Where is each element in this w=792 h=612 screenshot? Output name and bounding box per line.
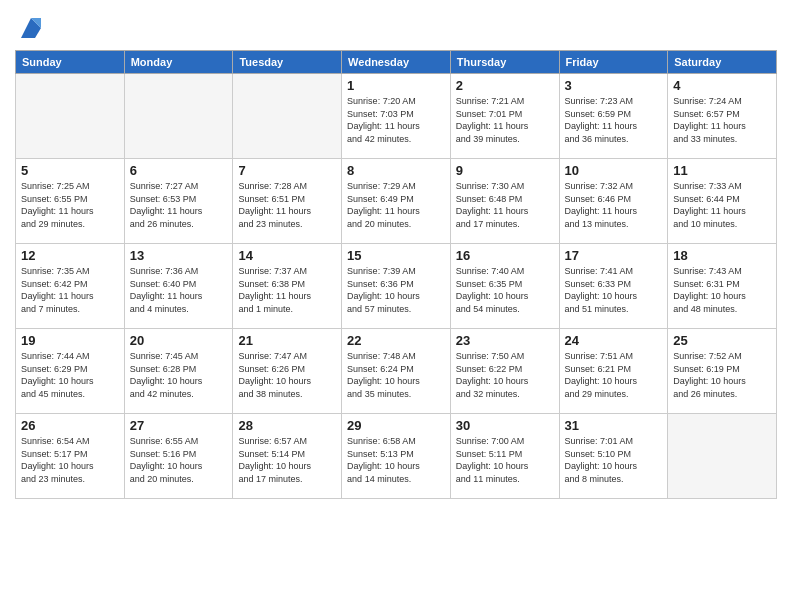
day-number: 7 [238, 163, 336, 178]
day-number: 15 [347, 248, 445, 263]
calendar-cell [668, 414, 777, 499]
day-number: 24 [565, 333, 663, 348]
calendar-cell: 18Sunrise: 7:43 AM Sunset: 6:31 PM Dayli… [668, 244, 777, 329]
day-info: Sunrise: 7:44 AM Sunset: 6:29 PM Dayligh… [21, 350, 119, 400]
day-number: 22 [347, 333, 445, 348]
day-info: Sunrise: 7:50 AM Sunset: 6:22 PM Dayligh… [456, 350, 554, 400]
day-info: Sunrise: 7:28 AM Sunset: 6:51 PM Dayligh… [238, 180, 336, 230]
calendar-cell: 14Sunrise: 7:37 AM Sunset: 6:38 PM Dayli… [233, 244, 342, 329]
day-info: Sunrise: 7:21 AM Sunset: 7:01 PM Dayligh… [456, 95, 554, 145]
calendar-cell [124, 74, 233, 159]
day-number: 26 [21, 418, 119, 433]
logo-icon [17, 14, 45, 42]
calendar-cell: 12Sunrise: 7:35 AM Sunset: 6:42 PM Dayli… [16, 244, 125, 329]
calendar-cell: 20Sunrise: 7:45 AM Sunset: 6:28 PM Dayli… [124, 329, 233, 414]
page: SundayMondayTuesdayWednesdayThursdayFrid… [0, 0, 792, 612]
day-info: Sunrise: 7:35 AM Sunset: 6:42 PM Dayligh… [21, 265, 119, 315]
weekday-header-row: SundayMondayTuesdayWednesdayThursdayFrid… [16, 51, 777, 74]
day-info: Sunrise: 7:45 AM Sunset: 6:28 PM Dayligh… [130, 350, 228, 400]
day-info: Sunrise: 7:30 AM Sunset: 6:48 PM Dayligh… [456, 180, 554, 230]
header [15, 10, 777, 42]
day-info: Sunrise: 7:41 AM Sunset: 6:33 PM Dayligh… [565, 265, 663, 315]
day-info: Sunrise: 7:32 AM Sunset: 6:46 PM Dayligh… [565, 180, 663, 230]
logo [15, 14, 45, 42]
day-number: 17 [565, 248, 663, 263]
week-row-2: 5Sunrise: 7:25 AM Sunset: 6:55 PM Daylig… [16, 159, 777, 244]
day-number: 2 [456, 78, 554, 93]
day-number: 11 [673, 163, 771, 178]
day-number: 4 [673, 78, 771, 93]
day-info: Sunrise: 7:51 AM Sunset: 6:21 PM Dayligh… [565, 350, 663, 400]
calendar-cell: 4Sunrise: 7:24 AM Sunset: 6:57 PM Daylig… [668, 74, 777, 159]
calendar-cell: 16Sunrise: 7:40 AM Sunset: 6:35 PM Dayli… [450, 244, 559, 329]
day-number: 10 [565, 163, 663, 178]
day-number: 8 [347, 163, 445, 178]
day-info: Sunrise: 6:54 AM Sunset: 5:17 PM Dayligh… [21, 435, 119, 485]
day-info: Sunrise: 7:48 AM Sunset: 6:24 PM Dayligh… [347, 350, 445, 400]
day-info: Sunrise: 6:55 AM Sunset: 5:16 PM Dayligh… [130, 435, 228, 485]
week-row-3: 12Sunrise: 7:35 AM Sunset: 6:42 PM Dayli… [16, 244, 777, 329]
weekday-header-saturday: Saturday [668, 51, 777, 74]
calendar-cell: 25Sunrise: 7:52 AM Sunset: 6:19 PM Dayli… [668, 329, 777, 414]
calendar-cell: 23Sunrise: 7:50 AM Sunset: 6:22 PM Dayli… [450, 329, 559, 414]
calendar-cell: 8Sunrise: 7:29 AM Sunset: 6:49 PM Daylig… [342, 159, 451, 244]
weekday-header-friday: Friday [559, 51, 668, 74]
day-number: 28 [238, 418, 336, 433]
day-number: 13 [130, 248, 228, 263]
calendar-cell: 22Sunrise: 7:48 AM Sunset: 6:24 PM Dayli… [342, 329, 451, 414]
day-number: 30 [456, 418, 554, 433]
day-info: Sunrise: 7:27 AM Sunset: 6:53 PM Dayligh… [130, 180, 228, 230]
week-row-1: 1Sunrise: 7:20 AM Sunset: 7:03 PM Daylig… [16, 74, 777, 159]
calendar-cell: 13Sunrise: 7:36 AM Sunset: 6:40 PM Dayli… [124, 244, 233, 329]
day-info: Sunrise: 7:33 AM Sunset: 6:44 PM Dayligh… [673, 180, 771, 230]
calendar-cell: 29Sunrise: 6:58 AM Sunset: 5:13 PM Dayli… [342, 414, 451, 499]
calendar-cell: 21Sunrise: 7:47 AM Sunset: 6:26 PM Dayli… [233, 329, 342, 414]
calendar-cell: 3Sunrise: 7:23 AM Sunset: 6:59 PM Daylig… [559, 74, 668, 159]
calendar-cell: 17Sunrise: 7:41 AM Sunset: 6:33 PM Dayli… [559, 244, 668, 329]
weekday-header-monday: Monday [124, 51, 233, 74]
calendar-table: SundayMondayTuesdayWednesdayThursdayFrid… [15, 50, 777, 499]
calendar-cell: 6Sunrise: 7:27 AM Sunset: 6:53 PM Daylig… [124, 159, 233, 244]
calendar-cell: 19Sunrise: 7:44 AM Sunset: 6:29 PM Dayli… [16, 329, 125, 414]
day-number: 6 [130, 163, 228, 178]
day-number: 21 [238, 333, 336, 348]
day-number: 9 [456, 163, 554, 178]
weekday-header-wednesday: Wednesday [342, 51, 451, 74]
day-info: Sunrise: 7:36 AM Sunset: 6:40 PM Dayligh… [130, 265, 228, 315]
weekday-header-tuesday: Tuesday [233, 51, 342, 74]
calendar-cell [233, 74, 342, 159]
calendar-cell: 7Sunrise: 7:28 AM Sunset: 6:51 PM Daylig… [233, 159, 342, 244]
day-number: 18 [673, 248, 771, 263]
day-info: Sunrise: 7:39 AM Sunset: 6:36 PM Dayligh… [347, 265, 445, 315]
day-info: Sunrise: 7:47 AM Sunset: 6:26 PM Dayligh… [238, 350, 336, 400]
day-number: 16 [456, 248, 554, 263]
week-row-4: 19Sunrise: 7:44 AM Sunset: 6:29 PM Dayli… [16, 329, 777, 414]
day-number: 25 [673, 333, 771, 348]
calendar-cell: 9Sunrise: 7:30 AM Sunset: 6:48 PM Daylig… [450, 159, 559, 244]
day-number: 23 [456, 333, 554, 348]
calendar-cell: 5Sunrise: 7:25 AM Sunset: 6:55 PM Daylig… [16, 159, 125, 244]
week-row-5: 26Sunrise: 6:54 AM Sunset: 5:17 PM Dayli… [16, 414, 777, 499]
calendar-cell: 1Sunrise: 7:20 AM Sunset: 7:03 PM Daylig… [342, 74, 451, 159]
calendar-cell: 10Sunrise: 7:32 AM Sunset: 6:46 PM Dayli… [559, 159, 668, 244]
calendar-cell: 11Sunrise: 7:33 AM Sunset: 6:44 PM Dayli… [668, 159, 777, 244]
day-info: Sunrise: 6:57 AM Sunset: 5:14 PM Dayligh… [238, 435, 336, 485]
day-number: 29 [347, 418, 445, 433]
day-info: Sunrise: 7:23 AM Sunset: 6:59 PM Dayligh… [565, 95, 663, 145]
calendar-cell: 31Sunrise: 7:01 AM Sunset: 5:10 PM Dayli… [559, 414, 668, 499]
calendar-cell: 27Sunrise: 6:55 AM Sunset: 5:16 PM Dayli… [124, 414, 233, 499]
calendar-cell: 15Sunrise: 7:39 AM Sunset: 6:36 PM Dayli… [342, 244, 451, 329]
day-number: 1 [347, 78, 445, 93]
day-info: Sunrise: 7:37 AM Sunset: 6:38 PM Dayligh… [238, 265, 336, 315]
calendar-cell: 2Sunrise: 7:21 AM Sunset: 7:01 PM Daylig… [450, 74, 559, 159]
day-number: 20 [130, 333, 228, 348]
day-number: 14 [238, 248, 336, 263]
calendar-cell: 30Sunrise: 7:00 AM Sunset: 5:11 PM Dayli… [450, 414, 559, 499]
day-info: Sunrise: 6:58 AM Sunset: 5:13 PM Dayligh… [347, 435, 445, 485]
day-number: 5 [21, 163, 119, 178]
day-number: 12 [21, 248, 119, 263]
calendar-cell: 24Sunrise: 7:51 AM Sunset: 6:21 PM Dayli… [559, 329, 668, 414]
day-info: Sunrise: 7:01 AM Sunset: 5:10 PM Dayligh… [565, 435, 663, 485]
calendar-cell [16, 74, 125, 159]
calendar-cell: 26Sunrise: 6:54 AM Sunset: 5:17 PM Dayli… [16, 414, 125, 499]
